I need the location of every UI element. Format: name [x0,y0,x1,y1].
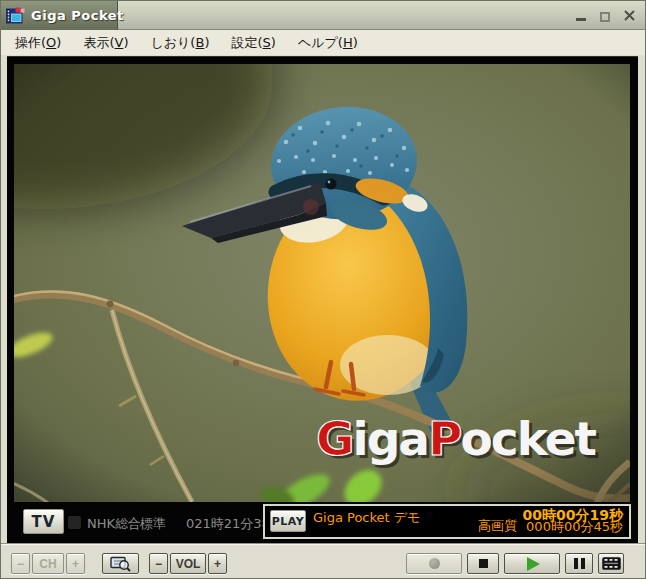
menu-settings[interactable]: 設定(S) [225,32,281,54]
svg-text:GigaPocket: GigaPocket [316,411,597,466]
close-button[interactable] [621,8,637,24]
film-strip-icon [602,557,621,570]
channel-label-button[interactable]: CH [32,553,64,574]
indicator-icon [68,516,81,529]
tv-source-badge[interactable]: TV [23,509,64,534]
channel-name: NHK総合 [87,515,141,533]
volume-label-button[interactable]: VOL [170,553,206,574]
stop-button[interactable] [467,553,499,574]
channel-up-button[interactable]: + [66,553,85,574]
playback-info-panel: PLAY Giga Pocket デモ 00時00分19秒 高画質 000時00… [263,504,631,539]
gigapocket-logo: GigaPocket GigaPocket [316,411,600,469]
pause-button[interactable] [565,553,593,574]
menu-operation[interactable]: 操作(O) [9,32,67,54]
volume-up-button[interactable]: + [208,553,227,574]
video-capsule-button[interactable] [598,553,624,574]
control-bar: − CH + − VOL + [1,543,645,579]
kingfisher-video-image: GigaPocket GigaPocket [14,64,630,502]
window-controls [573,1,637,30]
maximize-icon [600,12,610,22]
minimize-button[interactable] [573,8,589,24]
quality-label: 高画質 [478,517,517,535]
title-bar-caption: Giga Pocket [1,1,118,30]
menu-bar: 操作(O) 表示(V) しおり(B) 設定(S) ヘルプ(H) [1,30,645,55]
epg-button[interactable] [102,553,139,574]
playback-total: 000時00分45秒 [526,518,623,536]
video-display: GigaPocket GigaPocket [14,64,630,502]
play-state-badge: PLAY [270,510,306,532]
minimize-icon [576,18,586,21]
media-frame: GigaPocket GigaPocket TV NHK総合 標準 021時21… [7,56,638,543]
mode-label: 標準 [140,515,166,533]
play-triangle-icon [527,557,540,571]
pause-bars-icon [574,558,585,569]
maximize-button[interactable] [597,8,613,24]
record-button[interactable] [406,553,462,574]
playback-title: Giga Pocket デモ [313,509,420,527]
menu-help[interactable]: ヘルプ(H) [292,32,364,54]
menu-view[interactable]: 表示(V) [77,32,134,54]
close-icon [623,9,636,22]
giga-pocket-window: Giga Pocket 操作(O) 表示(V) しおり(B) 設定(S) ヘルプ… [0,0,646,579]
record-circle-icon [429,558,440,569]
screen-magnifier-icon [110,556,132,572]
window-title: Giga Pocket [31,8,124,23]
channel-down-button[interactable]: − [11,553,30,574]
app-icon [6,7,25,24]
title-bar[interactable]: Giga Pocket [1,1,645,30]
play-button[interactable] [504,553,560,574]
stop-square-icon [479,559,488,568]
volume-down-button[interactable]: − [149,553,168,574]
menu-bookmark[interactable]: しおり(B) [144,32,215,54]
